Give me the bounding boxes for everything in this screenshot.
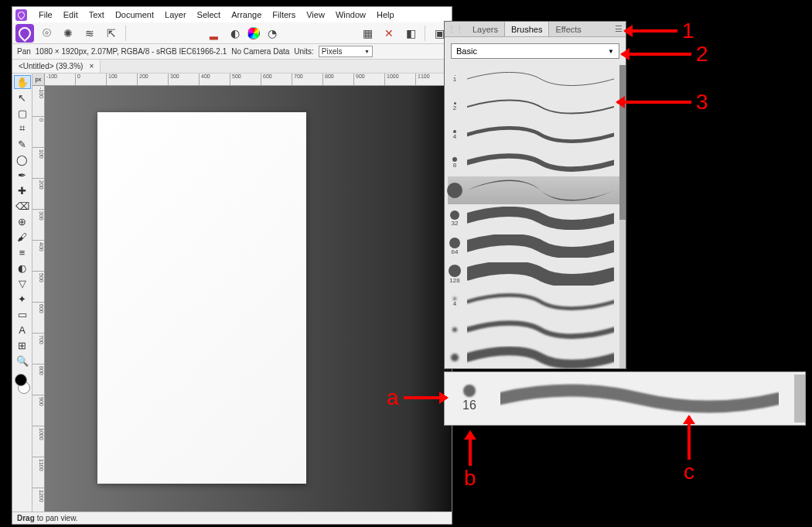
- brush-tip-dot: [447, 183, 462, 198]
- foreground-color[interactable]: [15, 374, 27, 386]
- healing-tool[interactable]: ✚: [14, 183, 31, 197]
- menu-edit[interactable]: Edit: [58, 10, 84, 19]
- context-bar: Pan 1080 × 1920px, 2.07MP, RGBA/8 - sRGB…: [12, 44, 452, 60]
- brush-row[interactable]: 128: [448, 260, 619, 288]
- context-camera: No Camera Data: [231, 47, 289, 56]
- app-window: File Edit Text Document Layer Select Arr…: [12, 6, 452, 525]
- menu-view[interactable]: View: [301, 10, 330, 19]
- fill-tool[interactable]: ◐: [14, 261, 31, 275]
- brush-list: 124832641284: [445, 65, 626, 368]
- scrollbar-thumb[interactable]: [619, 65, 626, 220]
- brush-tip: [448, 327, 462, 332]
- ruler-corner: px: [32, 74, 45, 86]
- brush-tip: 128: [448, 265, 462, 284]
- tab-effects[interactable]: Effects: [549, 22, 587, 36]
- scope-icon[interactable]: ◐: [226, 24, 244, 43]
- menu-text[interactable]: Text: [84, 10, 110, 19]
- brush-row[interactable]: 32: [448, 204, 619, 232]
- color-wheel-icon[interactable]: [247, 27, 260, 39]
- brush-stroke-preview: [462, 260, 619, 288]
- menu-window[interactable]: Window: [330, 10, 371, 19]
- persona-export-icon[interactable]: ⇱: [102, 24, 121, 43]
- toggle-icon[interactable]: ◧: [401, 24, 420, 43]
- zoom-tool[interactable]: 🔍: [14, 354, 31, 368]
- divider: [125, 26, 126, 41]
- status-bar: Drag to pan view.: [12, 512, 452, 524]
- tab-brushes[interactable]: Brushes: [504, 22, 549, 36]
- menu-select[interactable]: Select: [192, 10, 227, 19]
- status-action: Drag: [17, 514, 35, 522]
- units-dropdown[interactable]: Pixels ▼: [319, 46, 373, 57]
- brush-stroke-zoom: [485, 372, 794, 425]
- crop-tool[interactable]: ⌗: [14, 121, 31, 135]
- brush-row[interactable]: 4: [448, 288, 619, 316]
- canvas-viewport[interactable]: px -100010020030040050060070080090010001…: [32, 74, 452, 512]
- clone-tool[interactable]: ⌫: [14, 199, 31, 213]
- color-picker[interactable]: ⊕: [14, 214, 31, 228]
- text-tool[interactable]: A: [14, 323, 31, 337]
- persona-develop-icon[interactable]: ✺: [59, 24, 77, 43]
- brush-row[interactable]: 64: [448, 232, 619, 260]
- menu-document[interactable]: Document: [110, 10, 159, 19]
- brush-size-label: 64: [452, 248, 459, 255]
- brush-size-label: 1: [453, 76, 456, 83]
- histogram-icon[interactable]: ▂: [204, 24, 223, 43]
- paint-brush[interactable]: 🖌: [14, 230, 31, 244]
- brush-tip: [448, 183, 462, 198]
- brush-stroke-preview: [462, 204, 619, 232]
- brush-row[interactable]: 2: [448, 93, 619, 121]
- menu-arrange[interactable]: Arrange: [226, 10, 267, 19]
- brush-tip: 2: [448, 102, 462, 111]
- brush-stroke-preview: [462, 232, 619, 260]
- brush-tip-dot: [451, 354, 459, 361]
- menu-help[interactable]: Help: [371, 10, 400, 19]
- move-tool[interactable]: ↖: [14, 91, 31, 104]
- menu-layer[interactable]: Layer: [159, 10, 192, 19]
- selection-tool[interactable]: ▢: [14, 106, 31, 120]
- brush-row[interactable]: 1: [448, 65, 619, 93]
- lasso-tool[interactable]: ◯: [14, 152, 31, 166]
- brush-tool[interactable]: ✎: [14, 137, 31, 151]
- brush-row[interactable]: 8: [448, 149, 619, 176]
- close-icon[interactable]: ✕: [380, 24, 398, 43]
- mesh-tool[interactable]: ⊞: [14, 338, 31, 352]
- panel-grip-icon[interactable]: ⋮⋮: [445, 25, 466, 33]
- color-swatch[interactable]: [15, 374, 30, 394]
- shape-tool[interactable]: ▭: [14, 307, 31, 321]
- brush-row[interactable]: [448, 176, 619, 204]
- dodge-tool[interactable]: ✦: [14, 292, 31, 306]
- grid-icon[interactable]: ▦: [358, 24, 377, 43]
- brush-stroke-preview: [462, 176, 619, 204]
- scrollbar-thumb[interactable]: [794, 375, 805, 422]
- brush-stroke-preview: [462, 65, 619, 93]
- brush-stroke-preview: [462, 149, 619, 176]
- persona-logo[interactable]: [15, 24, 34, 43]
- brush-row[interactable]: 4: [448, 121, 619, 149]
- menu-file[interactable]: File: [33, 10, 58, 19]
- persona-tonemap-icon[interactable]: ≋: [80, 24, 99, 43]
- document-tab-title: <Untitled> (39.3%): [19, 62, 83, 70]
- brush-row[interactable]: [448, 344, 619, 368]
- brush-stroke-preview: [462, 121, 619, 149]
- sample-icon[interactable]: ◔: [263, 24, 281, 43]
- context-units-label: Units:: [294, 47, 314, 56]
- pan-tool[interactable]: ✋: [14, 75, 31, 89]
- brush-tip-zoom: 16: [454, 385, 485, 412]
- brush-size-label: 8: [453, 162, 456, 169]
- brush-tip: 64: [448, 238, 462, 255]
- eraser[interactable]: ≡: [14, 245, 31, 259]
- brush-tip: 4: [448, 130, 462, 140]
- pen-tool[interactable]: ✒: [14, 168, 31, 182]
- brush-tip: 32: [448, 210, 462, 227]
- tab-layers[interactable]: Layers: [466, 22, 504, 36]
- brush-tip-dot: [449, 265, 461, 277]
- brush-category-dropdown[interactable]: Basic ▼: [451, 43, 619, 59]
- divider: [425, 26, 425, 41]
- document-tab[interactable]: <Untitled> (39.3%) ×: [12, 60, 101, 73]
- gradient-tool[interactable]: ▽: [14, 276, 31, 290]
- close-tab-icon[interactable]: ×: [89, 62, 94, 70]
- persona-liquify-icon[interactable]: ⦾: [37, 24, 56, 43]
- wave-stroke-icon: [500, 383, 779, 414]
- menu-filters[interactable]: Filters: [267, 10, 301, 19]
- brush-row[interactable]: [448, 316, 619, 344]
